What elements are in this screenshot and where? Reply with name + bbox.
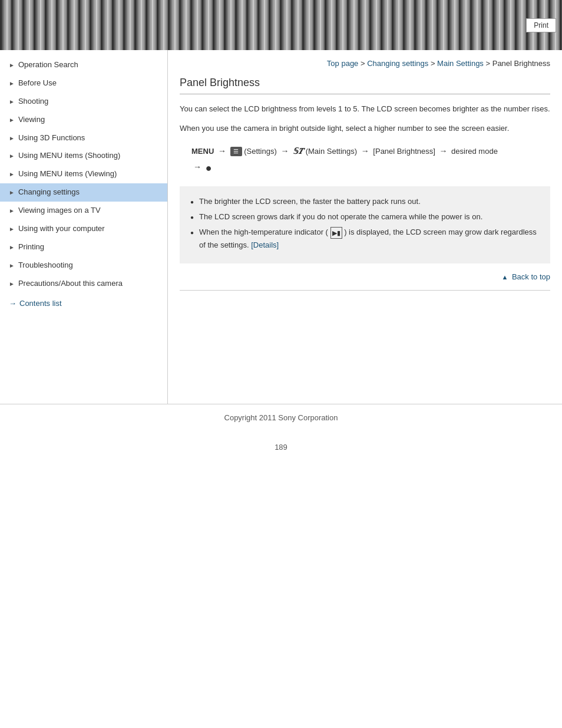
breadcrumb-changing-settings[interactable]: Changing settings bbox=[367, 59, 428, 68]
breadcrumb-sep3: > bbox=[486, 59, 492, 68]
note-item-2: The LCD screen grows dark if you do not … bbox=[190, 210, 540, 223]
note3-text: When the high-temperature indicator ( ▶▮… bbox=[199, 228, 537, 249]
sidebar-arrow-5: ► bbox=[9, 152, 15, 160]
content-para1: You can select the LCD brightness from l… bbox=[180, 103, 550, 116]
sidebar-item-10[interactable]: ►Printing bbox=[0, 238, 167, 256]
page-title: Panel Brightness bbox=[180, 77, 550, 94]
sidebar-arrow-4: ► bbox=[9, 134, 15, 142]
sidebar-arrow-0: ► bbox=[9, 61, 15, 69]
content-area: Top page > Changing settings > Main Sett… bbox=[168, 50, 562, 404]
settings-label: (Settings) bbox=[244, 147, 277, 156]
sidebar-arrow-6: ► bbox=[9, 170, 15, 178]
sidebar-arrow-7: ► bbox=[9, 189, 15, 196]
note-item-3: When the high-temperature indicator ( ▶▮… bbox=[190, 226, 540, 252]
contents-list-arrow: → bbox=[9, 299, 16, 308]
arrow5: → bbox=[193, 162, 201, 172]
bullet-symbol: ● bbox=[206, 162, 212, 174]
sidebar-arrow-1: ► bbox=[9, 80, 15, 87]
sidebar-item-12[interactable]: ►Precautions/About this camera bbox=[0, 275, 167, 293]
main-layout: ►Operation Search►Before Use►Shooting►Vi… bbox=[0, 50, 562, 404]
sidebar-arrow-9: ► bbox=[9, 225, 15, 233]
sidebar-label-0: Operation Search bbox=[18, 60, 161, 70]
sidebar: ►Operation Search►Before Use►Shooting►Vi… bbox=[0, 50, 168, 404]
sidebar-label-3: Viewing bbox=[18, 115, 161, 125]
sidebar-arrow-8: ► bbox=[9, 207, 15, 215]
page-number: 189 bbox=[0, 431, 562, 463]
panel-brightness-label: [Panel Brightness] bbox=[373, 147, 435, 156]
back-to-top-link[interactable]: ▲ Back to top bbox=[501, 272, 550, 281]
arrow4: → bbox=[439, 146, 447, 156]
menu-path: MENU → ☰ (Settings) → 𝕊𝑻 (Main Settings)… bbox=[191, 144, 550, 178]
content-para2: When you use the camera in bright outsid… bbox=[180, 123, 550, 135]
breadcrumb-sep2: > bbox=[431, 59, 437, 68]
details-link[interactable]: [Details] bbox=[251, 241, 279, 249]
print-button[interactable]: Print bbox=[526, 18, 556, 32]
yt-icon: 𝕊𝑻 bbox=[293, 144, 303, 159]
main-settings-label: (Main Settings) bbox=[306, 147, 357, 156]
contents-list-label: Contents list bbox=[19, 299, 62, 308]
sidebar-item-8[interactable]: ►Viewing images on a TV bbox=[0, 202, 167, 220]
menu-label: MENU bbox=[191, 147, 214, 156]
contents-list-link[interactable]: → Contents list bbox=[0, 293, 167, 311]
breadcrumb-top-page[interactable]: Top page bbox=[327, 59, 359, 68]
settings-icon: ☰ bbox=[230, 147, 242, 156]
footer: Copyright 2011 Sony Corporation bbox=[0, 404, 562, 431]
sidebar-label-10: Printing bbox=[18, 242, 161, 252]
sidebar-item-0[interactable]: ►Operation Search bbox=[0, 56, 167, 74]
sidebar-item-11[interactable]: ►Troubleshooting bbox=[0, 256, 167, 275]
breadcrumb-panel-brightness: Panel Brightness bbox=[492, 59, 550, 68]
breadcrumb: Top page > Changing settings > Main Sett… bbox=[180, 56, 550, 68]
sidebar-arrow-10: ► bbox=[9, 243, 15, 251]
arrow1: → bbox=[218, 146, 226, 156]
back-to-top: ▲ Back to top bbox=[180, 272, 550, 281]
sidebar-label-12: Precautions/About this camera bbox=[18, 279, 161, 289]
breadcrumb-sep1: > bbox=[361, 59, 367, 68]
back-to-top-triangle: ▲ bbox=[501, 274, 508, 281]
sidebar-arrow-12: ► bbox=[9, 280, 15, 288]
sidebar-item-7[interactable]: ►Changing settings bbox=[0, 183, 167, 202]
header-bar: Print bbox=[0, 0, 562, 50]
sidebar-label-6: Using MENU items (Viewing) bbox=[18, 169, 161, 179]
note-item-1: The brighter the LCD screen, the faster … bbox=[190, 195, 540, 208]
breadcrumb-main-settings[interactable]: Main Settings bbox=[437, 59, 484, 68]
content-divider bbox=[180, 290, 550, 291]
desired-mode-label: desired mode bbox=[451, 147, 498, 156]
sidebar-label-2: Shooting bbox=[18, 97, 161, 107]
sidebar-item-3[interactable]: ►Viewing bbox=[0, 111, 167, 129]
arrow3: → bbox=[361, 146, 369, 156]
sidebar-arrow-3: ► bbox=[9, 116, 15, 124]
sidebar-label-8: Viewing images on a TV bbox=[18, 206, 161, 216]
sidebar-label-7: Changing settings bbox=[18, 187, 161, 197]
sidebar-label-5: Using MENU items (Shooting) bbox=[18, 151, 161, 161]
sidebar-item-9[interactable]: ►Using with your computer bbox=[0, 220, 167, 238]
sidebar-label-9: Using with your computer bbox=[18, 224, 161, 234]
sidebar-label-4: Using 3D Functions bbox=[18, 133, 161, 143]
sidebar-item-1[interactable]: ►Before Use bbox=[0, 74, 167, 93]
sidebar-item-4[interactable]: ►Using 3D Functions bbox=[0, 129, 167, 147]
sidebar-label-11: Troubleshooting bbox=[18, 261, 161, 271]
note-box: The brighter the LCD screen, the faster … bbox=[180, 186, 550, 263]
arrow2: → bbox=[280, 146, 289, 156]
sidebar-item-6[interactable]: ►Using MENU items (Viewing) bbox=[0, 165, 167, 183]
sidebar-arrow-11: ► bbox=[9, 262, 15, 269]
sidebar-item-5[interactable]: ►Using MENU items (Shooting) bbox=[0, 147, 167, 165]
copyright: Copyright 2011 Sony Corporation bbox=[224, 413, 338, 422]
sidebar-item-2[interactable]: ►Shooting bbox=[0, 93, 167, 111]
sidebar-arrow-2: ► bbox=[9, 98, 15, 106]
back-to-top-label: Back to top bbox=[512, 272, 550, 281]
sidebar-label-1: Before Use bbox=[18, 78, 161, 88]
